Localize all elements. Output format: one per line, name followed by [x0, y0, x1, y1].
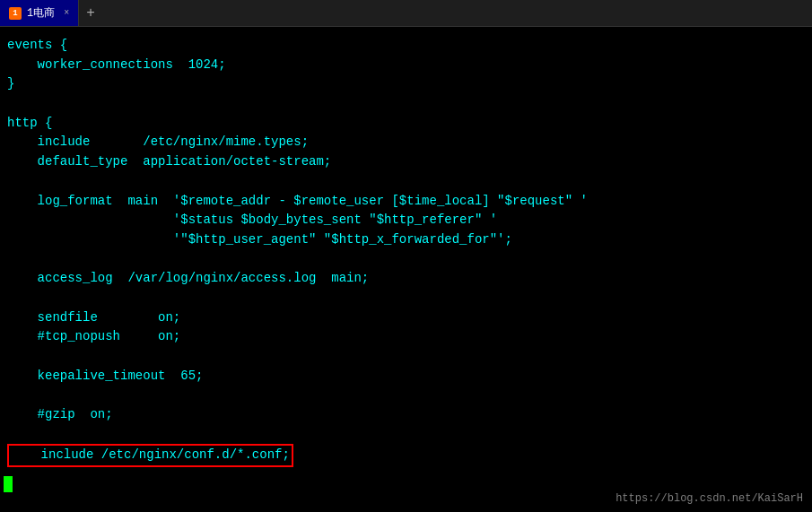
code-line-6: include /etc/nginx/mime.types;	[7, 133, 803, 152]
code-line-1: events {	[7, 36, 803, 56]
code-line-2: worker_connections 1024;	[7, 56, 803, 75]
code-line-12	[7, 250, 803, 270]
code-line-11: '"$http_user_agent" "$http_x_forwarded_f…	[7, 230, 803, 250]
highlight-box: include /etc/nginx/conf.d/*.conf;	[7, 444, 293, 467]
tab-close-icon[interactable]: ×	[64, 8, 69, 18]
code-line-8	[7, 172, 803, 192]
code-line-10: '$status $body_bytes_sent "$http_referer…	[7, 211, 803, 230]
code-line-15: sendfile on;	[7, 308, 803, 328]
code-line-13: access_log /var/log/nginx/access.log mai…	[7, 269, 803, 289]
tab-label: 1电商	[27, 5, 55, 21]
code-line-highlighted: include /etc/nginx/conf.d/*.conf;	[7, 444, 803, 467]
code-line-14	[7, 289, 803, 308]
tab-bar: 1 1电商 × +	[0, 0, 812, 27]
code-line-4	[7, 94, 803, 114]
cursor-indicator	[4, 476, 13, 492]
watermark: https://blog.csdn.net/KaiSarH	[616, 492, 803, 505]
new-tab-button[interactable]: +	[79, 0, 102, 26]
code-line-20: #gzip on;	[7, 405, 803, 425]
code-line-3: }	[7, 74, 803, 94]
code-line-7: default_type application/octet-stream;	[7, 152, 803, 172]
code-line-9: log_format main '$remote_addr - $remote_…	[7, 192, 803, 212]
code-line-5: http {	[7, 114, 803, 134]
code-line-18: keepalive_timeout 65;	[7, 367, 803, 386]
code-line-21	[7, 425, 803, 445]
code-line-16: #tcp_nopush on;	[7, 327, 803, 347]
code-line-19	[7, 386, 803, 405]
code-line-17	[7, 347, 803, 367]
tab-icon: 1	[9, 7, 22, 20]
code-area: events { worker_connections 1024; } http…	[0, 27, 812, 512]
tab-1[interactable]: 1 1电商 ×	[0, 0, 79, 26]
